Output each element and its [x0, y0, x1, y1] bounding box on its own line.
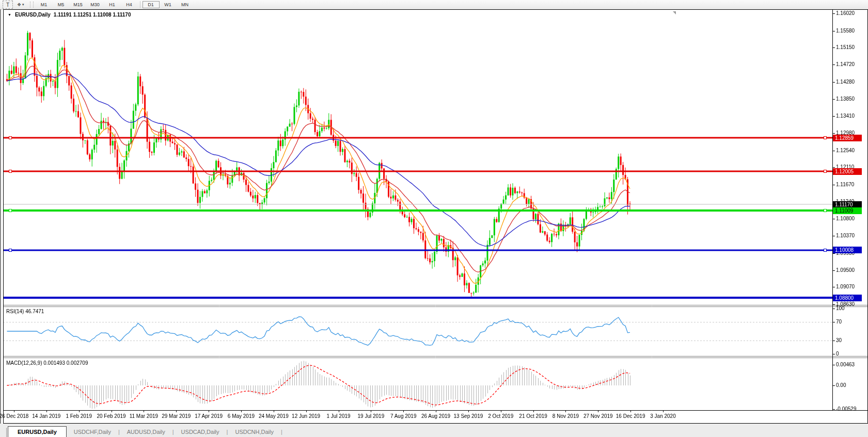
- chevron-down-icon: ▾: [22, 3, 24, 7]
- chart-tab-bar: EURUSD,DailyUSDCHF,Daily|AUDUSD,Daily|US…: [0, 424, 868, 437]
- price-axis-tick: 1.10800: [836, 216, 867, 222]
- price-axis-tick: 1.15580: [836, 28, 867, 34]
- chart-header: ▼ EURUSD,Daily 1.11191 1.11251 1.11008 1…: [8, 12, 131, 18]
- styles-icon: ❖: [17, 2, 21, 7]
- timeframe-button-h1[interactable]: H1: [104, 1, 121, 8]
- collapse-icon[interactable]: ▼: [8, 13, 11, 17]
- timeframe-button-h4[interactable]: H4: [121, 1, 138, 8]
- timeframe-button-m30[interactable]: M30: [87, 1, 104, 8]
- timeframe-button-w1[interactable]: W1: [160, 1, 177, 8]
- timeframe-button-m5[interactable]: M5: [53, 1, 70, 8]
- price-chart-canvas[interactable]: [3, 9, 868, 424]
- price-axis-tick: 1.13850: [836, 96, 867, 102]
- price-marker-label: 1.12005: [833, 168, 862, 175]
- symbol-tab-audusd[interactable]: AUDUSD,Daily: [120, 427, 172, 437]
- timeframe-buttons: M1M5M15M30H1H4D1W1MN: [36, 0, 194, 9]
- price-marker-label: 1.11170: [833, 201, 862, 208]
- timeframe-button-d1[interactable]: D1: [143, 1, 160, 8]
- price-marker-label: 1.10008: [833, 247, 862, 253]
- timeframe-separator: [140, 1, 140, 8]
- price-axis-tick: 1.12540: [836, 148, 867, 154]
- symbol-tab-eurusd[interactable]: EURUSD,Daily: [8, 426, 67, 437]
- price-axis-tick: 1.09070: [836, 284, 867, 290]
- price-axis-tick: 1.09500: [836, 267, 867, 273]
- chart-window: ▼ EURUSD,Daily 1.11191 1.11251 1.11008 1…: [3, 9, 868, 424]
- toolbar-grip: [30, 2, 34, 8]
- chart-quote: 1.11191 1.11251 1.11008 1.11170: [54, 12, 131, 18]
- symbol-tab-usdcad[interactable]: USDCAD,Daily: [174, 427, 227, 437]
- price-axis-tick: 1.14280: [836, 79, 867, 85]
- price-marker-label: 1.08800: [833, 295, 862, 301]
- timeframe-button-m15[interactable]: M15: [70, 1, 87, 8]
- price-marker-label: 1.11009: [833, 207, 862, 214]
- rsi-axis-tick: 100: [836, 305, 867, 312]
- symbol-tab-usdcnh[interactable]: USDCNH,Daily: [228, 427, 281, 437]
- timeframe-button-mn[interactable]: MN: [177, 1, 194, 8]
- chart-symbol: EURUSD,Daily: [15, 12, 51, 18]
- toolbar: T ❖ ▾ M1M5M15M30H1H4D1W1MN: [0, 0, 868, 10]
- price-axis-tick: 1.13410: [836, 113, 867, 119]
- price-axis-tick: 1.10370: [836, 233, 867, 239]
- timeframe-button-m1[interactable]: M1: [36, 1, 53, 8]
- price-axis-tick: 1.16020: [836, 10, 867, 17]
- rsi-axis-tick: 30: [836, 337, 867, 344]
- window-edge: [0, 9, 1, 424]
- price-axis-tick: 1.14720: [836, 61, 867, 68]
- rsi-axis-tick: 0: [836, 351, 867, 357]
- price-axis-tick: 1.11670: [836, 182, 867, 188]
- macd-axis-tick: -0.00529: [836, 406, 867, 412]
- styles-dropdown-button[interactable]: ❖ ▾: [15, 1, 26, 8]
- macd-indicator-label: MACD(12,26,9) 0.001493 0.002709: [6, 360, 88, 366]
- macd-axis-tick: 0.00: [836, 382, 867, 389]
- tab-separator: |: [281, 427, 282, 437]
- price-axis-tick: 1.15150: [836, 44, 867, 51]
- date-axis-label: 3 Jan 2020: [641, 413, 685, 419]
- rsi-axis-tick: 70: [836, 319, 867, 325]
- text-tool-button[interactable]: T: [3, 1, 13, 9]
- rsi-indicator-label: RSI(14) 46.7471: [6, 309, 44, 314]
- symbol-tab-usdchf[interactable]: USDCHF,Daily: [67, 427, 118, 437]
- price-marker-label: 1.12859: [833, 135, 862, 141]
- tab-bar-lead: [0, 428, 7, 437]
- macd-axis-tick: 0.00463: [836, 362, 867, 368]
